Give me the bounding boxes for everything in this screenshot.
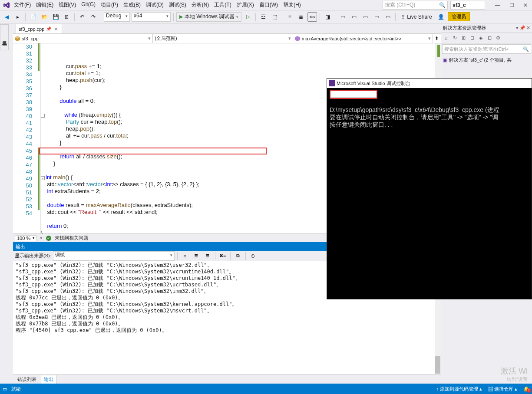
output-source-label: 显示输出来源(S):	[15, 253, 51, 259]
tb-icon-6[interactable]: ◨	[323, 12, 332, 22]
se-tb-4[interactable]: ⊟	[468, 34, 476, 42]
se-home-icon[interactable]: ⌂	[442, 34, 450, 42]
se-tb-5[interactable]: ◈	[477, 34, 485, 42]
output-tb-4[interactable]: ⧉	[233, 251, 243, 261]
se-tb-2[interactable]: ↻	[451, 34, 459, 42]
output-tb-3[interactable]: ≣	[203, 251, 212, 261]
se-tb-7[interactable]: ⚙	[494, 34, 502, 42]
tb-icon-7[interactable]: ▭	[338, 12, 347, 22]
vs-logo-icon	[2, 0, 11, 10]
menu-分析(N)[interactable]: 分析(N)	[189, 0, 212, 10]
pin-icon[interactable]: 📌	[46, 26, 51, 31]
tb-icon-10[interactable]: ▭	[372, 12, 381, 22]
solution-name[interactable]: sf3_c	[450, 1, 485, 10]
se-pin-icon[interactable]: 📌	[519, 25, 525, 31]
change-margin	[35, 43, 41, 233]
menu-编辑(E)[interactable]: 编辑(E)	[33, 0, 56, 10]
menu-生成(B)[interactable]: 生成(B)	[121, 0, 143, 10]
vs-icon	[329, 80, 335, 86]
status-icon: ▭	[3, 386, 7, 392]
source-control-button[interactable]: ↑ 添加到源代码管理 ▴	[436, 386, 482, 392]
tb-icon-8[interactable]: ▭	[349, 12, 359, 22]
close-icon[interactable]: ✕	[519, 1, 532, 10]
se-tb-6[interactable]: ⊡	[486, 34, 493, 42]
tb-icon-5[interactable]: abc	[307, 12, 317, 22]
output-tabs: 错误列表 输出	[13, 374, 441, 384]
menu-帮助(H)[interactable]: 帮助(H)	[281, 0, 304, 10]
toolbar: ◀ ▸ 📄 📂 💾 🗎 ↶ ↷ Debug x64 ▶ 本地 Windows 调…	[0, 10, 532, 23]
tb-icon-11[interactable]: ▭	[383, 12, 393, 22]
notifications-icon[interactable]: 🔔1	[523, 386, 529, 392]
undo-icon[interactable]: ↶	[77, 12, 87, 22]
ok-icon: ✓	[46, 236, 51, 241]
menu-测试(S)[interactable]: 测试(S)	[166, 0, 189, 10]
tb-icon-2[interactable]: ⬚	[270, 12, 279, 22]
admin-badge: 管理员	[448, 12, 470, 21]
menu-工具(T)[interactable]: 工具(T)	[211, 0, 234, 10]
live-share-button[interactable]: ⇪Live Share	[398, 12, 434, 22]
tb-icon-1[interactable]: ☲	[258, 12, 268, 22]
output-tb-1[interactable]: ≡	[180, 251, 190, 261]
menu-Git(G)[interactable]: Git(G)	[79, 0, 98, 10]
menu-调试(D)[interactable]: 调试(D)	[143, 0, 166, 10]
zoom-select[interactable]: 100 %	[15, 235, 36, 241]
tb-icon-3[interactable]: ≡	[285, 12, 294, 22]
debug-console-titlebar[interactable]: Microsoft Visual Studio 调试控制台	[327, 79, 532, 88]
close-tab-icon[interactable]: ✕	[53, 26, 59, 32]
nav-member[interactable]: maxAverageRatio(std::vector<std::vector<…	[293, 34, 433, 43]
menu-项目(P)[interactable]: 项目(P)	[98, 0, 121, 10]
account-icon[interactable]: 👤	[436, 12, 446, 22]
output-clear-icon[interactable]: ✖≡	[218, 251, 228, 261]
file-tab[interactable]: sf3_cpp.cpp 📌 ✕	[16, 24, 62, 33]
new-file-icon[interactable]: 📄	[28, 12, 38, 22]
nav-scope[interactable]: (全局范围)▾	[153, 34, 293, 43]
solution-tree[interactable]: ▣ 解决方案 'sf3_c' (2 个项目, 共	[441, 55, 532, 66]
tab-output[interactable]: 输出	[41, 375, 56, 384]
start-no-debug-icon[interactable]: ▷	[243, 12, 253, 22]
se-dropdown-icon[interactable]: ▾	[516, 25, 519, 31]
method-icon	[295, 36, 300, 41]
minimize-icon[interactable]: —	[491, 1, 504, 10]
search-icon: 🔍	[439, 2, 446, 8]
menu-items: 文件(F)编辑(E)视图(V)Git(G)项目(P)生成(B)调试(D)测试(S…	[11, 0, 304, 10]
menu-bar: 文件(F)编辑(E)视图(V)Git(G)项目(P)生成(B)调试(D)测试(S…	[0, 0, 532, 10]
live-share-icon: ⇪	[401, 14, 405, 20]
repo-select-button[interactable]: ▦ 选择仓库 ▴	[488, 386, 517, 392]
tab-error-list[interactable]: 错误列表	[15, 375, 39, 384]
save-all-icon[interactable]: 🗎	[62, 12, 72, 22]
output-source-select[interactable]: 调试	[53, 251, 175, 261]
config-select[interactable]: Debug	[104, 12, 130, 22]
output-tb-5[interactable]: ⏲	[248, 251, 258, 261]
menu-窗口(W)[interactable]: 窗口(W)	[257, 0, 281, 10]
line-numbers: 3031323334353637383940414243444546474849…	[13, 43, 35, 233]
result-highlight: Result: 0.783333	[330, 90, 377, 99]
solution-explorer-title: 解决方案资源管理器	[443, 25, 486, 31]
play-icon: ▶	[179, 14, 183, 20]
save-icon[interactable]: 💾	[51, 12, 60, 22]
se-tb-3[interactable]: ⊞	[459, 34, 467, 42]
tb-icon-4[interactable]: ≣	[296, 12, 306, 22]
redo-icon[interactable]: ↷	[89, 12, 98, 22]
menu-视图(V)[interactable]: 视图(V)	[56, 0, 79, 10]
split-icon[interactable]: ⬍	[433, 34, 441, 43]
menu-文件(F)[interactable]: 文件(F)	[11, 0, 33, 10]
toolbox-tab[interactable]: 工具箱	[0, 24, 9, 50]
forward-button[interactable]: ▸	[13, 12, 23, 22]
start-debug-button[interactable]: ▶ 本地 Windows 调试器 ▾	[176, 12, 241, 22]
solution-icon: ▣	[443, 57, 447, 63]
search-box[interactable]: 搜索 (Ctrl+Q)🔍	[383, 1, 448, 10]
tb-icon-9[interactable]: ▭	[360, 12, 370, 22]
back-button[interactable]: ◀	[2, 12, 11, 22]
se-close-icon[interactable]: ✕	[526, 25, 530, 31]
platform-select[interactable]: x64	[132, 12, 171, 22]
nav-project[interactable]: sf3_cpp▾	[13, 34, 153, 43]
menu-扩展(X)[interactable]: 扩展(X)	[234, 0, 257, 10]
debug-console-window[interactable]: Microsoft Visual Studio 调试控制台 Result: 0.…	[327, 78, 532, 299]
cube-icon	[15, 36, 20, 41]
solution-search[interactable]: 搜索解决方案资源管理器(Ctrl+🔍	[442, 44, 531, 54]
output-tb-2[interactable]: ≣	[192, 251, 201, 261]
open-icon[interactable]: 📂	[40, 12, 49, 22]
tab-strip: sf3_cpp.cpp 📌 ✕	[13, 23, 441, 34]
maximize-icon[interactable]: ☐	[505, 1, 518, 10]
nav-bar: sf3_cpp▾ (全局范围)▾ maxAverageRatio(std::ve…	[13, 34, 441, 43]
